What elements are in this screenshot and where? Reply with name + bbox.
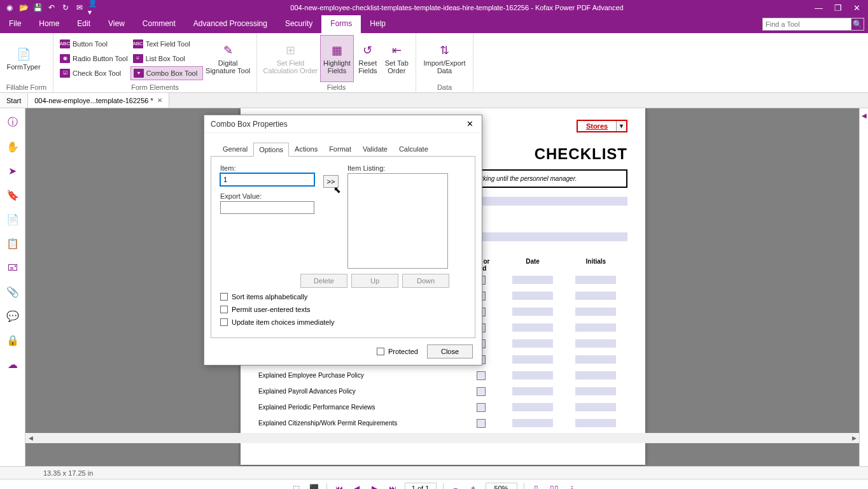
form-field[interactable]	[575, 419, 616, 427]
zoom-in-icon[interactable]: +	[468, 483, 479, 490]
continuous-icon[interactable]: ⫶	[566, 483, 578, 490]
item-listing[interactable]	[347, 173, 448, 269]
zoom-out-icon[interactable]: −	[450, 483, 461, 490]
hand-icon[interactable]: ✋	[5, 139, 20, 154]
menu-home[interactable]: Home	[30, 15, 68, 33]
item-input[interactable]	[220, 173, 314, 186]
signature-tool[interactable]: ✎Digital Signature Tool	[203, 35, 253, 82]
tab-options[interactable]: Options	[253, 143, 289, 157]
export-input[interactable]	[220, 201, 314, 214]
tab-button[interactable]: ⇤Set Tab Order	[382, 35, 412, 82]
tab-document[interactable]: 004-new-employe...template-162256 *✕	[28, 93, 169, 108]
find-input[interactable]	[762, 18, 851, 31]
highlight-button[interactable]: ▦Highlight Fields	[320, 35, 354, 82]
form-field[interactable]	[512, 323, 553, 332]
bookmark-icon[interactable]: 🔖	[5, 187, 20, 202]
lock-icon[interactable]: 🔒	[5, 332, 20, 348]
attach-icon[interactable]: 📎	[5, 284, 20, 299]
restore-button[interactable]: ❐	[834, 3, 842, 13]
sort-checkbox[interactable]: Sort items alphabetically	[220, 293, 466, 301]
form-field[interactable]	[575, 403, 616, 411]
open-icon[interactable]: 📂	[18, 2, 29, 13]
first-page-icon[interactable]: ⏮	[333, 483, 345, 490]
search-icon[interactable]: 🔍	[851, 18, 864, 31]
reset-button[interactable]: ↺Reset Fields	[354, 35, 381, 82]
page-icon[interactable]: 📄	[5, 211, 20, 227]
up-button[interactable]: Up	[351, 274, 398, 288]
form-field[interactable]	[512, 371, 553, 379]
menu-file[interactable]: File	[0, 15, 30, 33]
single-page-icon[interactable]: ▯	[531, 483, 542, 490]
button-tool[interactable]: ABCButton Tool	[57, 37, 130, 51]
redo-icon[interactable]: ↻	[60, 2, 71, 13]
form-field[interactable]	[575, 355, 616, 364]
next-page-icon[interactable]: ▶	[369, 483, 381, 490]
menu-help[interactable]: Help	[361, 15, 395, 33]
fit-page-icon[interactable]: ⬛	[309, 483, 320, 490]
checkbox[interactable]	[477, 403, 486, 412]
mail-icon[interactable]: ✉	[74, 2, 85, 13]
tab-calculate[interactable]: Calculate	[393, 142, 434, 156]
form-field[interactable]	[512, 339, 553, 348]
form-field[interactable]	[575, 308, 616, 316]
profile-icon[interactable]: 👤▾	[88, 2, 99, 13]
form-field[interactable]	[512, 292, 553, 300]
update-checkbox[interactable]: Update item choices immediately	[220, 318, 466, 326]
comment-icon[interactable]: 💬	[5, 308, 20, 323]
tab-format[interactable]: Format	[323, 142, 357, 156]
menu-view[interactable]: View	[99, 15, 134, 33]
menu-comment[interactable]: Comment	[134, 15, 185, 33]
menu-security[interactable]: Security	[276, 15, 321, 33]
zoom-input[interactable]	[486, 483, 517, 490]
form-field[interactable]	[512, 308, 553, 316]
menu-edit[interactable]: Edit	[68, 15, 99, 33]
protected-checkbox[interactable]: Protected	[377, 348, 418, 355]
form-field[interactable]	[575, 323, 616, 332]
undo-icon[interactable]: ↶	[46, 2, 57, 13]
scroll-right-icon[interactable]: ▶	[849, 433, 859, 443]
page-input[interactable]	[405, 483, 437, 490]
form-field[interactable]	[512, 403, 553, 411]
info-icon[interactable]: ⓘ	[5, 115, 20, 130]
stamp-icon[interactable]: 🖃	[5, 260, 20, 275]
menu-advanced[interactable]: Advanced Processing	[185, 15, 276, 33]
permit-checkbox[interactable]: Permit user-entered texts	[220, 306, 466, 313]
scroll-left-icon[interactable]: ◀	[25, 433, 36, 443]
menu-forms[interactable]: Forms	[321, 15, 361, 33]
horizontal-scrollbar[interactable]: ◀ ▶	[25, 433, 859, 443]
form-field[interactable]	[575, 276, 616, 284]
minimize-button[interactable]: —	[815, 3, 823, 13]
chevron-down-icon[interactable]: ▼	[616, 121, 626, 131]
last-page-icon[interactable]: ⏭	[387, 483, 398, 490]
form-field[interactable]	[575, 387, 616, 395]
radio-tool[interactable]: ◉Radio Button Tool	[57, 52, 130, 66]
close-button[interactable]: ✕	[853, 3, 860, 13]
checkbox[interactable]	[477, 387, 486, 396]
form-field[interactable]	[575, 371, 616, 379]
checkbox[interactable]	[477, 419, 486, 428]
tab-start[interactable]: Start	[0, 93, 28, 108]
down-button[interactable]: Down	[402, 274, 449, 288]
check-tool[interactable]: ☑Check Box Tool	[57, 66, 130, 80]
list-tool[interactable]: ≡List Box Tool	[130, 52, 204, 66]
form-field[interactable]	[512, 387, 553, 395]
right-panel-collapse[interactable]: ◀	[859, 108, 868, 466]
save-icon[interactable]: 💾	[32, 2, 43, 13]
form-field[interactable]	[512, 276, 553, 284]
add-item-button[interactable]: >>	[323, 175, 339, 188]
facing-icon[interactable]: ▯▯	[549, 483, 560, 490]
delete-button[interactable]: Delete	[300, 274, 347, 288]
dialog-titlebar[interactable]: Combo Box Properties ✕	[204, 115, 482, 133]
tab-general[interactable]: General	[217, 142, 253, 156]
tab-actions[interactable]: Actions	[289, 142, 323, 156]
import-button[interactable]: ⇅Import/Export Data	[420, 35, 469, 82]
form-icon[interactable]: 📋	[5, 236, 20, 251]
cloud-icon[interactable]: ☁	[5, 357, 20, 372]
dialog-close-icon[interactable]: ✕	[464, 118, 475, 130]
stores-combo[interactable]: Stores ▼	[577, 120, 627, 132]
combo-tool[interactable]: ▾Combo Box Tool	[130, 66, 204, 80]
app-icon[interactable]: ◉	[4, 2, 15, 13]
form-field[interactable]	[575, 292, 616, 300]
tab-validate[interactable]: Validate	[357, 142, 393, 156]
text-tool[interactable]: ABCText Field Tool	[130, 37, 204, 51]
